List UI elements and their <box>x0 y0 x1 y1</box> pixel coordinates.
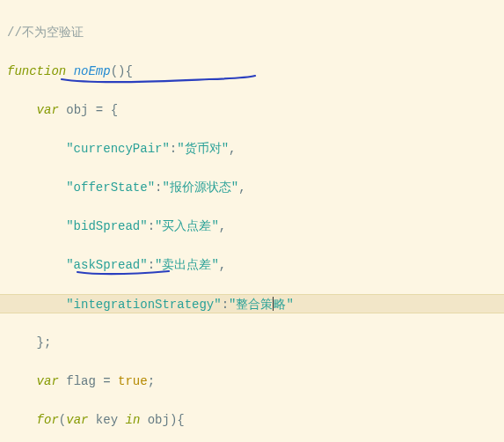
keyword-var: var <box>37 374 59 388</box>
comment: //不为空验证 <box>7 26 84 40</box>
var-key: key <box>96 413 118 427</box>
obj-val: "卖出点差" <box>155 258 219 272</box>
obj-key: "bidSpread" <box>66 219 147 233</box>
obj-key: "integrationStrategy" <box>66 298 221 312</box>
code-line: var flag = true; <box>7 372 497 391</box>
code-block: //不为空验证 function noEmp(){ var obj = { "c… <box>7 4 497 442</box>
keyword-var: var <box>37 103 59 117</box>
obj-val: "报价源状态" <box>162 180 238 195</box>
function-name: noEmp <box>74 64 111 78</box>
code-line: "offerState":"报价源状态", <box>7 178 497 197</box>
keyword-in: in <box>125 413 140 427</box>
code-line: //不为空验证 <box>7 23 497 42</box>
obj-val: "货币对" <box>177 142 229 156</box>
code-line: for(var key in obj){ <box>7 410 497 430</box>
code-line-highlighted: "integrationStrategy":"整合策略" <box>0 294 504 313</box>
obj-val: "买入点差" <box>155 219 219 233</box>
obj-val: "整合策略" <box>229 298 294 312</box>
keyword-var: var <box>66 413 88 427</box>
var-flag: flag <box>66 374 96 388</box>
keyword-function: function <box>7 64 66 78</box>
code-line: "askSpread":"卖出点差", <box>7 255 497 275</box>
code-line: "currencyPair":"货币对", <box>7 139 497 158</box>
text-caret <box>273 297 274 311</box>
code-line: function noEmp(){ <box>7 62 497 81</box>
obj-key: "offerState" <box>66 180 155 195</box>
var-obj: obj <box>66 103 88 117</box>
keyword-for: for <box>37 413 59 427</box>
obj-key: "currencyPair" <box>66 142 170 156</box>
obj-key: "askSpread" <box>66 258 147 272</box>
code-line: }; <box>7 333 497 352</box>
code-line: "bidSpread":"买入点差", <box>7 217 497 236</box>
bool-true: true <box>118 374 148 388</box>
code-line: var obj = { <box>7 100 497 120</box>
